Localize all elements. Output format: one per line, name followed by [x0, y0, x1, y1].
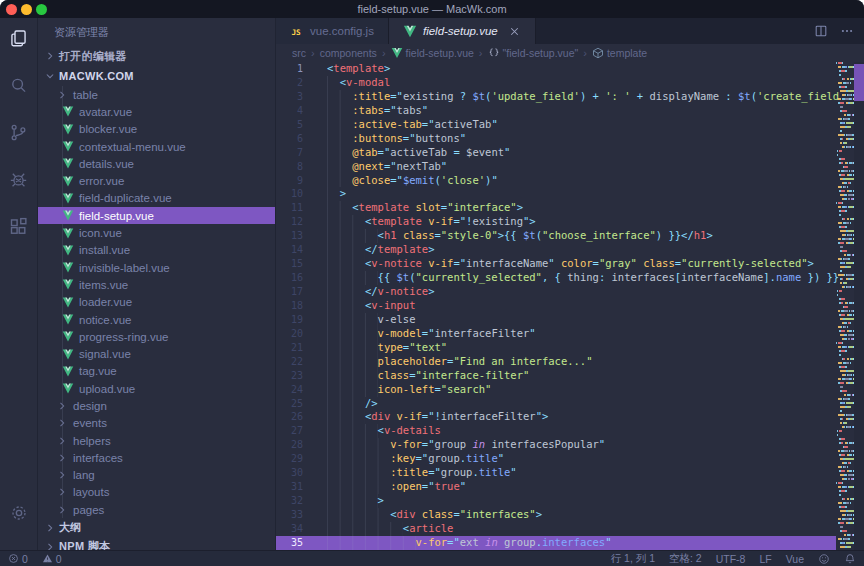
- code-line-22[interactable]: 22placeholder="Find an interface...": [276, 355, 836, 369]
- code-line-21[interactable]: 21type="text": [276, 341, 836, 355]
- ellipsis-icon[interactable]: [840, 24, 854, 38]
- breadcrumb-item-1[interactable]: src: [292, 47, 306, 59]
- tree-item-helpers[interactable]: helpers: [38, 432, 275, 449]
- code-line-23[interactable]: 23class="interface-filter": [276, 369, 836, 383]
- code-line-25[interactable]: 25/>: [276, 397, 836, 411]
- code-line-2[interactable]: 2<v-modal: [276, 76, 836, 90]
- code-line-3[interactable]: 3:title="existing ? $t('update_field') +…: [276, 90, 836, 104]
- line-number[interactable]: 2: [276, 76, 318, 90]
- tree-item-interfaces[interactable]: interfaces: [38, 449, 275, 466]
- line-number[interactable]: 13: [276, 229, 318, 243]
- sidebar-section-NPM 脚本[interactable]: NPM 脚本: [38, 537, 275, 550]
- close-window-button[interactable]: [6, 4, 17, 15]
- line-number[interactable]: 6: [276, 132, 318, 146]
- line-number[interactable]: 30: [276, 466, 318, 480]
- line-number[interactable]: 5: [276, 118, 318, 132]
- tree-item-blocker.vue[interactable]: blocker.vue: [38, 121, 275, 138]
- line-number[interactable]: 3: [276, 90, 318, 104]
- line-number[interactable]: 25: [276, 397, 318, 411]
- tree-item-field-setup.vue[interactable]: field-setup.vue: [38, 207, 275, 224]
- line-number[interactable]: 15: [276, 257, 318, 271]
- tree-item-lang[interactable]: lang: [38, 467, 275, 484]
- tree-item-signal.vue[interactable]: signal.vue: [38, 345, 275, 362]
- tree-item-items.vue[interactable]: items.vue: [38, 276, 275, 293]
- line-number[interactable]: 18: [276, 299, 318, 313]
- tree-item-avatar.vue[interactable]: avatar.vue: [38, 103, 275, 120]
- code-line-34[interactable]: 34<article: [276, 522, 836, 536]
- line-number[interactable]: 19: [276, 313, 318, 327]
- activity-item-search[interactable]: [0, 75, 38, 122]
- code-line-19[interactable]: 19v-else: [276, 313, 836, 327]
- code-line-17[interactable]: 17</v-notice>: [276, 285, 836, 299]
- minimize-window-button[interactable]: [21, 4, 32, 15]
- minimap[interactable]: [836, 62, 854, 550]
- line-number[interactable]: 20: [276, 327, 318, 341]
- status-warnings[interactable]: 0: [42, 553, 62, 565]
- tree-item-tag.vue[interactable]: tag.vue: [38, 363, 275, 380]
- line-number[interactable]: 8: [276, 160, 318, 174]
- status-item-5[interactable]: Vue: [786, 553, 804, 565]
- tree-item-pages[interactable]: pages: [38, 501, 275, 518]
- breadcrumb-item-5[interactable]: template: [592, 47, 647, 59]
- line-number[interactable]: 7: [276, 146, 318, 160]
- sidebar-section-MACWK.COM[interactable]: MACWK.COM: [38, 66, 275, 86]
- status-item-3[interactable]: UTF-8: [716, 553, 746, 565]
- status-notifications[interactable]: [844, 553, 856, 565]
- code-line-18[interactable]: 18<v-input: [276, 299, 836, 313]
- code-line-11[interactable]: 11<template slot="interface">: [276, 201, 836, 215]
- code-line-31[interactable]: 31:open="true": [276, 480, 836, 494]
- tree-item-upload.vue[interactable]: upload.vue: [38, 380, 275, 397]
- line-number[interactable]: 11: [276, 201, 318, 215]
- tree-item-install.vue[interactable]: install.vue: [38, 242, 275, 259]
- code-line-6[interactable]: 6:buttons="buttons": [276, 132, 836, 146]
- line-number[interactable]: 16: [276, 271, 318, 285]
- code-line-16[interactable]: 16{{ $t("currently_selected", { thing: i…: [276, 271, 836, 285]
- scrollbar[interactable]: [854, 62, 864, 550]
- zoom-window-button[interactable]: [36, 4, 47, 15]
- code-line-12[interactable]: 12<template v-if="!existing">: [276, 215, 836, 229]
- breadcrumb-item-3[interactable]: field-setup.vue: [391, 47, 474, 59]
- close-icon[interactable]: [508, 25, 521, 38]
- code-line-14[interactable]: 14</template>: [276, 243, 836, 257]
- tree-item-layouts[interactable]: layouts: [38, 484, 275, 501]
- code-line-28[interactable]: 28v-for="group in interfacesPopular": [276, 438, 836, 452]
- tab-vue.config.js[interactable]: JSvue.config.js: [276, 18, 389, 44]
- code-line-26[interactable]: 26<div v-if="!interfaceFilter">: [276, 410, 836, 424]
- code-line-7[interactable]: 7@tab="activeTab = $event": [276, 146, 836, 160]
- tree-item-notice.vue[interactable]: notice.vue: [38, 311, 275, 328]
- line-number[interactable]: 22: [276, 355, 318, 369]
- activity-item-source-control[interactable]: [0, 122, 38, 169]
- code-area[interactable]: 1<template>2<v-modal3:title="existing ? …: [276, 62, 864, 550]
- line-number[interactable]: 10: [276, 187, 318, 201]
- tree-item-details.vue[interactable]: details.vue: [38, 155, 275, 172]
- tree-item-table[interactable]: table: [38, 86, 275, 103]
- status-errors[interactable]: 0: [8, 553, 28, 565]
- code-line-33[interactable]: 33<div class="interfaces">: [276, 508, 836, 522]
- tree-item-loader.vue[interactable]: loader.vue: [38, 294, 275, 311]
- activity-item-settings[interactable]: [0, 503, 38, 550]
- line-number[interactable]: 9: [276, 174, 318, 188]
- line-number[interactable]: 35: [276, 536, 318, 550]
- tree-item-progress-ring.vue[interactable]: progress-ring.vue: [38, 328, 275, 345]
- sidebar-section-大纲[interactable]: 大纲: [38, 518, 275, 537]
- status-item-4[interactable]: LF: [759, 553, 771, 565]
- scrollbar-thumb[interactable]: [854, 64, 864, 101]
- status-feedback[interactable]: [818, 553, 830, 565]
- line-number[interactable]: 12: [276, 215, 318, 229]
- tree-item-error.vue[interactable]: error.vue: [38, 172, 275, 189]
- split-icon[interactable]: [814, 24, 828, 38]
- code-line-32[interactable]: 32>: [276, 494, 836, 508]
- line-number[interactable]: 29: [276, 452, 318, 466]
- tree-item-events[interactable]: events: [38, 415, 275, 432]
- line-number[interactable]: 21: [276, 341, 318, 355]
- code-line-27[interactable]: 27<v-details: [276, 424, 836, 438]
- line-number[interactable]: 17: [276, 285, 318, 299]
- code-line-30[interactable]: 30:title="group.title": [276, 466, 836, 480]
- code-line-5[interactable]: 5:active-tab="activeTab": [276, 118, 836, 132]
- code-line-13[interactable]: 13<h1 class="style-0">{{ $t("choose_inte…: [276, 229, 836, 243]
- code-line-10[interactable]: 10>: [276, 187, 836, 201]
- tab-field-setup.vue[interactable]: field-setup.vue: [389, 18, 536, 44]
- line-number[interactable]: 23: [276, 369, 318, 383]
- line-number[interactable]: 1: [276, 62, 318, 76]
- activity-item-extensions[interactable]: [0, 216, 38, 263]
